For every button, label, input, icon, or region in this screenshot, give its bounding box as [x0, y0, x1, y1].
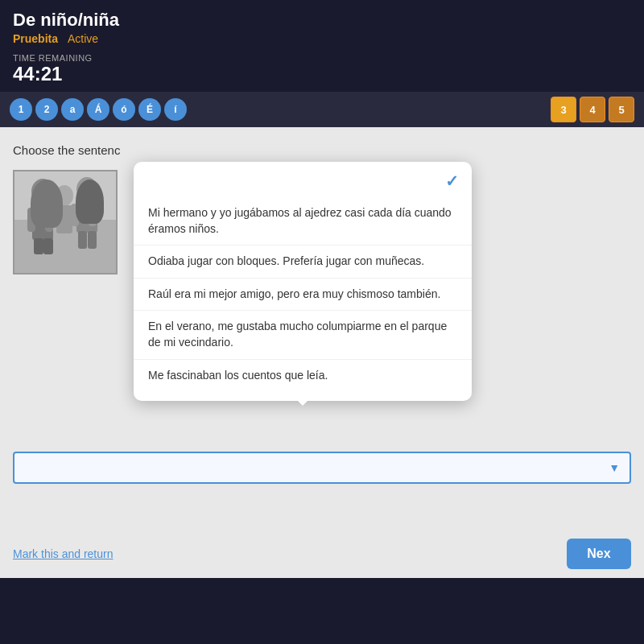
svg-rect-11 — [89, 204, 97, 226]
svg-point-14 — [56, 185, 73, 206]
nav-item-1[interactable]: 1 — [10, 98, 32, 121]
svg-rect-5 — [45, 208, 53, 232]
svg-point-2 — [31, 179, 54, 204]
svg-point-8 — [76, 177, 97, 201]
content-row: ✓ Mi hermano y yo jugábamos al ajedrez c… — [13, 170, 631, 275]
svg-rect-3 — [32, 204, 53, 240]
nav-item-E[interactable]: É — [138, 98, 161, 121]
option-5[interactable]: Me fascinaban los cuentos que leía. — [134, 360, 472, 392]
svg-rect-4 — [27, 208, 35, 232]
option-2[interactable]: Odiaba jugar con bloques. Prefería jugar… — [134, 246, 472, 279]
illustration — [14, 171, 116, 273]
header: De niño/niña Pruebita Active — [0, 0, 644, 50]
option-1[interactable]: Mi hermano y yo jugábamos al ajedrez cas… — [134, 197, 472, 246]
svg-rect-15 — [56, 205, 72, 233]
svg-rect-9 — [76, 200, 97, 233]
svg-rect-16 — [32, 212, 53, 214]
option-4[interactable]: En el verano, me gustaba mucho columpiar… — [134, 311, 472, 359]
select-arrow-icon: ▼ — [609, 461, 620, 474]
svg-rect-17 — [32, 217, 53, 220]
question-prompt: Choose the sentenc — [13, 143, 631, 157]
nav-square-4[interactable]: 4 — [580, 97, 605, 122]
svg-rect-6 — [34, 238, 43, 254]
nav-item-a[interactable]: a — [61, 98, 84, 121]
svg-rect-7 — [43, 238, 53, 254]
nav-square-3[interactable]: 3 — [551, 97, 576, 122]
svg-rect-12 — [78, 231, 87, 249]
nav-item-o[interactable]: ó — [113, 98, 135, 121]
option-3[interactable]: Raúl era mi mejor amigo, pero era muy ch… — [134, 279, 472, 312]
page-title: De niño/niña — [13, 10, 631, 31]
dropdown-popup[interactable]: ✓ Mi hermano y yo jugábamos al ajedrez c… — [134, 162, 472, 401]
question-image — [13, 170, 118, 275]
question-nav-bar: 1 2 a Á ó É í 3 4 5 — [0, 92, 644, 127]
header-subtitle: Pruebita Active — [13, 32, 631, 45]
pruebita-label: Pruebita — [13, 32, 58, 45]
nav-item-2[interactable]: 2 — [35, 98, 58, 121]
checkmark-row: ✓ — [134, 171, 472, 197]
next-button[interactable]: Nex — [567, 539, 631, 569]
mark-return-link[interactable]: Mark this and return — [13, 547, 114, 560]
nav-square-5[interactable]: 5 — [609, 97, 634, 122]
timer-section: TIME REMAINING 44:21 — [0, 50, 644, 92]
answer-select-box[interactable]: ▼ — [13, 452, 631, 484]
active-label: Active — [68, 32, 98, 45]
svg-rect-13 — [88, 231, 97, 249]
bottom-bar: Mark this and return Nex — [0, 530, 644, 578]
nav-item-A[interactable]: Á — [87, 98, 109, 121]
timer-value: 44:21 — [13, 63, 631, 85]
checkmark-icon: ✓ — [445, 171, 459, 191]
main-content: Choose the sentenc — [0, 127, 644, 578]
timer-label: TIME REMAINING — [13, 53, 631, 63]
nav-item-i[interactable]: í — [164, 98, 187, 121]
